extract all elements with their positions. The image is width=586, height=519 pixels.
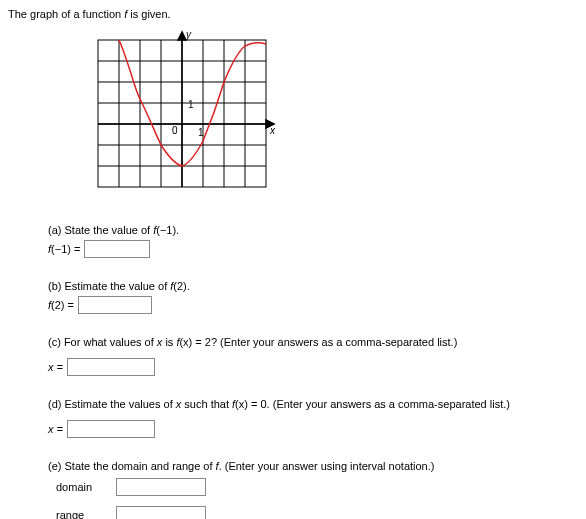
part-b: (b) Estimate the value of f(2). f(2) = bbox=[48, 280, 578, 314]
y-axis-label: y bbox=[185, 30, 192, 40]
graph-container: y x 0 1 1 bbox=[88, 30, 578, 200]
part-d-hint: (Enter your answers as a comma-separated… bbox=[273, 398, 510, 410]
part-c-pre: (c) For what values of bbox=[48, 336, 157, 348]
part-d-pre: (d) Estimate the values of bbox=[48, 398, 176, 410]
part-b-lhs: (2) = bbox=[51, 299, 74, 311]
domain-input[interactable] bbox=[116, 478, 206, 496]
part-c-lhs: x = bbox=[48, 361, 63, 373]
x-axis-label: x bbox=[269, 125, 276, 136]
part-c-fx: (x) bbox=[179, 336, 192, 348]
part-c-eq: = 2? bbox=[192, 336, 220, 348]
part-c-input[interactable] bbox=[67, 358, 155, 376]
svg-marker-15 bbox=[178, 32, 186, 40]
y-tick-1: 1 bbox=[188, 99, 194, 110]
function-graph: y x 0 1 1 bbox=[88, 30, 278, 200]
part-d-input[interactable] bbox=[67, 420, 155, 438]
part-e: (e) State the domain and range of f. (En… bbox=[48, 460, 578, 519]
part-b-label: (b) Estimate the value of bbox=[48, 280, 170, 292]
range-input[interactable] bbox=[116, 506, 206, 519]
domain-label: domain bbox=[56, 481, 104, 493]
part-a-label: (a) State the value of bbox=[48, 224, 153, 236]
part-d-fx: (x) bbox=[235, 398, 248, 410]
part-c-hint: (Enter your answers as a comma-separated… bbox=[220, 336, 457, 348]
intro-text: The graph of a function f is given. bbox=[8, 8, 578, 20]
part-a-expr: (−1). bbox=[156, 224, 179, 236]
part-e-pre: (e) State the domain and range of bbox=[48, 460, 216, 472]
part-a: (a) State the value of f(−1). f(−1) = bbox=[48, 224, 578, 258]
part-a-lhs: (−1) = bbox=[51, 243, 80, 255]
origin-label: 0 bbox=[172, 125, 178, 136]
part-b-input[interactable] bbox=[78, 296, 152, 314]
part-d-eq: = 0. bbox=[248, 398, 273, 410]
part-e-post: . (Enter your answer using interval nota… bbox=[219, 460, 435, 472]
intro-suffix: is given. bbox=[127, 8, 170, 20]
range-label: range bbox=[56, 509, 104, 519]
x-tick-1: 1 bbox=[198, 127, 204, 138]
part-d-mid: such that bbox=[181, 398, 232, 410]
part-d-lhs: x = bbox=[48, 423, 63, 435]
part-c: (c) For what values of x is f(x) = 2? (E… bbox=[48, 336, 578, 376]
part-c-mid: is bbox=[162, 336, 176, 348]
part-d: (d) Estimate the values of x such that f… bbox=[48, 398, 578, 438]
intro-prefix: The graph of a function bbox=[8, 8, 124, 20]
part-a-input[interactable] bbox=[84, 240, 150, 258]
part-b-expr: (2). bbox=[173, 280, 190, 292]
